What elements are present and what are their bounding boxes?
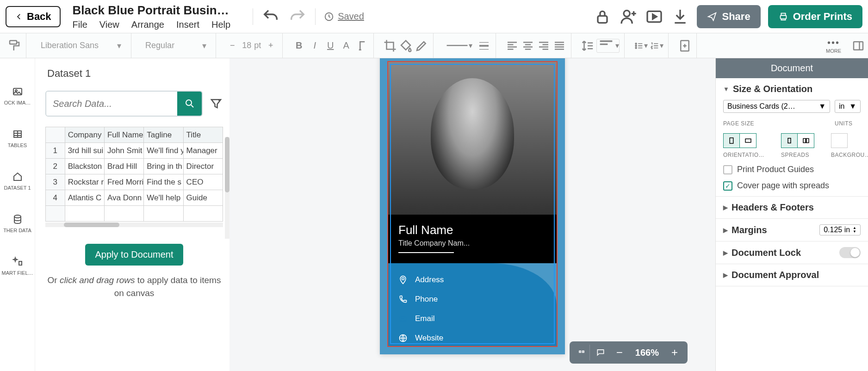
- table-hscroll[interactable]: [45, 223, 223, 227]
- fill-button[interactable]: [399, 39, 413, 53]
- document-lock-toggle[interactable]: [839, 247, 861, 258]
- border-weight-button[interactable]: [477, 39, 491, 53]
- col-fullname[interactable]: Full Name: [104, 127, 143, 143]
- print-guides-checkbox[interactable]: Print Product Guides: [723, 165, 861, 174]
- add-user-button[interactable]: [619, 7, 638, 26]
- search-button[interactable]: [177, 92, 202, 116]
- menu-help[interactable]: Help: [211, 19, 230, 30]
- background-color-button[interactable]: [831, 133, 848, 148]
- document-title[interactable]: Black Blue Portrait Busin…: [73, 3, 230, 18]
- col-tagline[interactable]: Tagline: [144, 127, 183, 143]
- table-row[interactable]: 2BlackstonBrad HillBring in thDirector: [46, 159, 223, 174]
- rail-smart-fields[interactable]: MART FIEL…: [0, 256, 35, 276]
- data-table[interactable]: Company Full Name Tagline Title 13rd hil…: [45, 127, 223, 222]
- search-input[interactable]: [46, 92, 177, 116]
- zoom-in-button[interactable]: +: [666, 344, 683, 361]
- cover-spreads-checkbox[interactable]: ✓ Cover page with spreads: [723, 181, 861, 191]
- crop-button[interactable]: [383, 39, 397, 53]
- align-right-button[interactable]: [537, 39, 551, 53]
- card-info-block[interactable]: Address Phone Email Website: [388, 263, 557, 347]
- undo-button[interactable]: [261, 7, 280, 26]
- card-name-block[interactable]: Full Name Title Company Nam...: [388, 215, 557, 263]
- redo-button[interactable]: [288, 7, 307, 26]
- zoom-control[interactable]: − 166% +: [570, 341, 688, 364]
- section-document-approval[interactable]: ▶Document Approval: [723, 270, 861, 280]
- font-size-value[interactable]: 18: [242, 41, 251, 50]
- section-document-lock[interactable]: ▶Document Lock: [723, 247, 801, 258]
- rail-dataset[interactable]: DATASET 1: [0, 171, 35, 191]
- canvas[interactable]: Full Name Title Company Nam... Address P…: [229, 58, 715, 371]
- business-card[interactable]: Full Name Title Company Nam... Address P…: [380, 58, 565, 354]
- saved-status[interactable]: Saved: [324, 11, 364, 22]
- menu-insert[interactable]: Insert: [176, 19, 199, 30]
- filter-button[interactable]: [209, 97, 223, 111]
- increase-size-button[interactable]: +: [264, 39, 278, 53]
- line-spacing-button[interactable]: [581, 39, 595, 53]
- menu-file[interactable]: File: [73, 19, 87, 30]
- margin-input[interactable]: 0.125 in▲▼: [819, 224, 861, 235]
- empty-row[interactable]: [46, 206, 65, 222]
- vertical-align-button[interactable]: ▾: [596, 39, 620, 53]
- paint-format-button[interactable]: [7, 39, 21, 53]
- col-company[interactable]: Company: [65, 127, 104, 143]
- align-center-button[interactable]: [521, 39, 535, 53]
- card-title-company[interactable]: Title Company Nam...: [398, 239, 546, 247]
- lock-button[interactable]: [593, 7, 612, 26]
- rail-stock-images[interactable]: OCK IMA…: [0, 86, 35, 105]
- rail-other-data[interactable]: THER DATA: [0, 214, 35, 233]
- table-row[interactable]: 3Rockstar rFred MorriFind the sCEO: [46, 174, 223, 190]
- page-size-select[interactable]: Business Cards (2…▼: [723, 100, 830, 113]
- orientation-portrait-button[interactable]: [723, 133, 740, 148]
- card-photo[interactable]: [388, 62, 557, 215]
- font-weight-select[interactable]: Regular ▾: [141, 39, 211, 53]
- bullet-list-button[interactable]: ▾: [634, 39, 648, 53]
- card-email-row[interactable]: Email: [398, 314, 546, 323]
- download-button[interactable]: [671, 7, 689, 26]
- text-color-button[interactable]: A: [339, 39, 353, 53]
- col-index[interactable]: [46, 127, 65, 143]
- menu-arrange[interactable]: Arrange: [131, 19, 164, 30]
- section-margins[interactable]: ▶Margins: [723, 225, 767, 235]
- card-fullname[interactable]: Full Name: [398, 223, 546, 237]
- add-page-button[interactable]: [678, 39, 692, 53]
- border-style-button[interactable]: ▾: [443, 39, 475, 53]
- apply-to-document-button[interactable]: Apply to Document: [85, 244, 184, 266]
- rail-tables[interactable]: TABLES: [0, 129, 35, 148]
- align-left-button[interactable]: [505, 39, 519, 53]
- table-row[interactable]: 13rd hill suiJohn SmitWe'll find yManage…: [46, 143, 223, 159]
- present-button[interactable]: [645, 7, 663, 26]
- card-website-row[interactable]: Website: [398, 334, 546, 343]
- section-headers-footers[interactable]: ▶Headers & Footers: [723, 202, 861, 213]
- zoom-out-button[interactable]: −: [611, 344, 628, 361]
- share-button[interactable]: Share: [697, 5, 760, 28]
- col-title[interactable]: Title: [183, 127, 223, 143]
- panel-vscroll[interactable]: [225, 137, 229, 239]
- back-button[interactable]: Back: [6, 6, 61, 27]
- orientation-landscape-button[interactable]: [740, 133, 756, 148]
- italic-button[interactable]: I: [308, 39, 322, 53]
- comments-button[interactable]: [574, 345, 590, 360]
- align-justify-button[interactable]: [552, 39, 566, 53]
- zoom-value[interactable]: 166%: [631, 347, 663, 358]
- text-style-button[interactable]: [355, 39, 369, 53]
- bold-button[interactable]: B: [292, 39, 306, 53]
- pen-button[interactable]: [415, 39, 428, 53]
- font-family-select[interactable]: Liberation Sans ▾: [36, 38, 126, 53]
- menu-view[interactable]: View: [99, 19, 119, 30]
- chat-icon: [596, 348, 605, 357]
- spreads-facing-button[interactable]: [798, 133, 814, 148]
- underline-button[interactable]: U: [323, 39, 337, 53]
- order-prints-button[interactable]: Order Prints: [768, 5, 862, 28]
- chat-button[interactable]: [593, 345, 608, 360]
- triangle-down-icon: ▼: [723, 86, 729, 93]
- decrease-size-button[interactable]: −: [225, 39, 239, 53]
- panel-toggle-button[interactable]: [851, 39, 865, 53]
- number-list-button[interactable]: ▾: [650, 39, 663, 53]
- spreads-single-button[interactable]: [781, 133, 798, 148]
- more-tools-button[interactable]: ••• MORE: [826, 37, 841, 54]
- section-size-orientation[interactable]: ▼Size & Orientation: [723, 84, 861, 94]
- card-address-row[interactable]: Address: [398, 275, 546, 284]
- table-row[interactable]: 4Atlantis CAva DonnWe'll helpGuide: [46, 190, 223, 206]
- card-phone-row[interactable]: Phone: [398, 295, 546, 304]
- units-select[interactable]: in▼: [835, 100, 861, 113]
